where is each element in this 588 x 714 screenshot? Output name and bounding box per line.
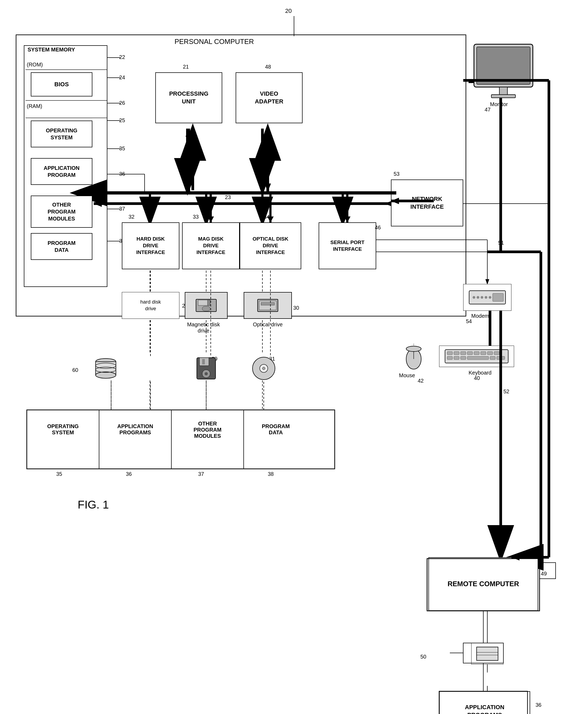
program-data-bottom: PROGRAMDATA bbox=[245, 423, 307, 436]
svg-rect-61 bbox=[261, 303, 274, 305]
svg-rect-84 bbox=[454, 351, 459, 355]
svg-rect-86 bbox=[467, 351, 472, 355]
ref-53: 53 bbox=[394, 171, 399, 177]
ref-49: 49 bbox=[541, 571, 547, 577]
svg-rect-96 bbox=[497, 356, 505, 360]
svg-point-99 bbox=[406, 346, 421, 351]
hdd-device-box: hard diskdrive bbox=[122, 292, 180, 319]
modem-box bbox=[463, 284, 511, 311]
app-programs-bottom: APPLICATIONPROGRAMS bbox=[100, 423, 170, 436]
program-data-box: PROGRAMDATA bbox=[31, 233, 92, 260]
svg-rect-60 bbox=[259, 301, 276, 310]
svg-rect-90 bbox=[494, 351, 499, 355]
app-program-box: APPLICATIONPROGRAM bbox=[31, 158, 92, 185]
svg-point-77 bbox=[477, 296, 479, 299]
svg-rect-83 bbox=[447, 351, 453, 355]
ref-40: 40 bbox=[474, 375, 480, 381]
mag-disk-device-icon bbox=[185, 292, 228, 319]
svg-rect-89 bbox=[487, 351, 493, 355]
svg-rect-101 bbox=[477, 647, 498, 660]
remote-computer-box: REMOTE COMPUTER bbox=[428, 557, 538, 611]
ref-38-bottom: 38 bbox=[268, 471, 274, 477]
ref-54: 54 bbox=[466, 318, 472, 324]
ref-25: 25 bbox=[119, 117, 125, 123]
ram-label: (RAM) bbox=[27, 103, 42, 109]
monitor-label: Monitor bbox=[490, 101, 508, 107]
svg-marker-122 bbox=[186, 128, 192, 137]
ref-36-remote: 36 bbox=[536, 702, 541, 708]
svg-marker-126 bbox=[265, 184, 271, 191]
network-interface-box: NETWORKINTERFACE bbox=[391, 180, 463, 226]
svg-rect-81 bbox=[493, 293, 503, 301]
serial-port-interface-box: SERIAL PORTINTERFACE bbox=[319, 222, 376, 269]
ref-21: 21 bbox=[183, 64, 189, 70]
svg-rect-85 bbox=[461, 351, 466, 355]
bios-box: BIOS bbox=[31, 72, 92, 97]
database-icon bbox=[94, 356, 118, 381]
svg-marker-157 bbox=[94, 200, 102, 207]
svg-rect-91 bbox=[447, 356, 453, 360]
ref-52: 52 bbox=[503, 388, 509, 395]
svg-rect-93 bbox=[461, 356, 466, 360]
optical-interface-box: OPTICAL DISKDRIVEINTERFACE bbox=[240, 222, 301, 269]
os-bottom: OPERATINGSYSTEM bbox=[28, 423, 98, 436]
processing-unit-box: PROCESSINGUNIT bbox=[155, 72, 222, 123]
svg-point-79 bbox=[485, 296, 487, 299]
ref-36-left: 36 bbox=[119, 171, 125, 177]
keyboard-box bbox=[439, 346, 514, 367]
ref-48: 48 bbox=[265, 64, 271, 70]
app-programs-remote-box: APPLICATIONPROGRAMS bbox=[439, 691, 530, 714]
svg-rect-94 bbox=[467, 356, 489, 360]
ref-20: 20 bbox=[285, 7, 292, 15]
ref-35-left: 35 bbox=[119, 145, 125, 151]
ref-23: 23 bbox=[225, 194, 231, 200]
svg-rect-105 bbox=[477, 47, 530, 84]
ref-26: 26 bbox=[119, 100, 125, 106]
mouse-icon bbox=[404, 343, 426, 370]
svg-marker-123 bbox=[186, 184, 192, 191]
ref-51: 51 bbox=[498, 240, 504, 246]
svg-rect-145 bbox=[27, 410, 335, 469]
mag-disk-interface-box: MAG DISKDRIVEINTERFACE bbox=[182, 222, 240, 269]
ref-30: 30 bbox=[293, 305, 299, 311]
svg-point-69 bbox=[262, 367, 265, 370]
hdd-interface-box: HARD DISKDRIVEINTERFACE bbox=[122, 222, 180, 269]
ref-37-left: 37 bbox=[119, 206, 125, 212]
ref-47: 47 bbox=[485, 107, 490, 113]
cd-icon bbox=[252, 356, 276, 381]
svg-point-78 bbox=[481, 296, 483, 299]
svg-rect-88 bbox=[481, 351, 486, 355]
svg-marker-132 bbox=[208, 217, 214, 222]
ref-50: 50 bbox=[420, 654, 426, 660]
ref-34: 34 bbox=[264, 214, 270, 220]
personal-computer-title: PERSONAL COMPUTER bbox=[134, 38, 295, 46]
svg-rect-57 bbox=[208, 300, 210, 305]
system-memory-label: SYSTEM MEMORY bbox=[25, 47, 106, 53]
ref-42: 42 bbox=[418, 378, 424, 384]
svg-marker-136 bbox=[344, 217, 351, 222]
svg-marker-130 bbox=[147, 217, 153, 222]
ref-35-bottom: 35 bbox=[56, 471, 62, 477]
svg-point-80 bbox=[489, 296, 491, 299]
svg-rect-106 bbox=[499, 87, 507, 95]
svg-rect-40 bbox=[27, 410, 335, 469]
ref-36-bottom: 36 bbox=[126, 471, 132, 477]
ref-33: 33 bbox=[193, 214, 199, 220]
svg-rect-87 bbox=[474, 351, 479, 355]
svg-rect-58 bbox=[202, 306, 210, 311]
svg-rect-92 bbox=[454, 356, 459, 360]
ref-24: 24 bbox=[119, 75, 125, 81]
figure-caption: FIG. 1 bbox=[78, 498, 109, 511]
monitor-icon bbox=[471, 42, 536, 100]
svg-point-66 bbox=[205, 372, 208, 375]
connector-box bbox=[471, 643, 503, 665]
svg-rect-107 bbox=[491, 95, 516, 98]
modem-label: Modem bbox=[471, 313, 489, 319]
mag-disk-label: Magnetic diskdrive bbox=[174, 322, 233, 334]
svg-marker-120 bbox=[94, 190, 102, 196]
optical-drive-icon bbox=[244, 292, 292, 319]
svg-rect-95 bbox=[490, 356, 495, 360]
ref-37-bottom: 37 bbox=[198, 471, 204, 477]
ref-46: 46 bbox=[375, 225, 381, 231]
other-modules-bottom: OTHERPROGRAMMODULES bbox=[173, 421, 242, 439]
